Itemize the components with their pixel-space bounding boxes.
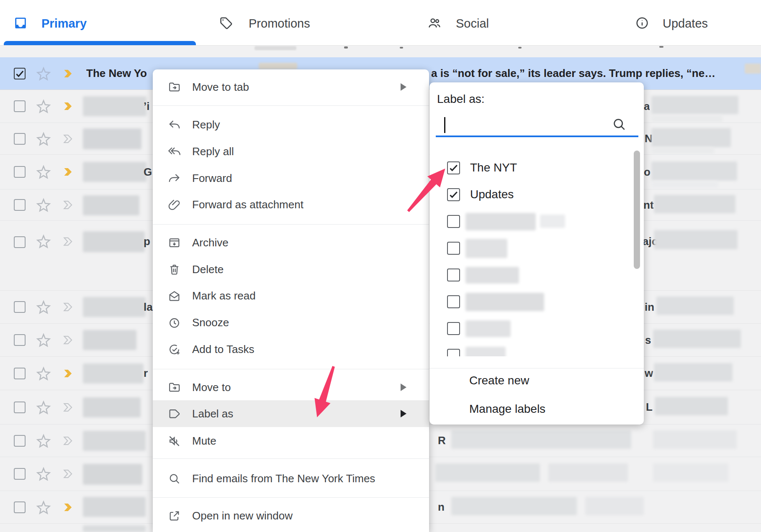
importance-marker-icon[interactable] bbox=[63, 401, 76, 414]
row-checkbox[interactable] bbox=[14, 468, 26, 480]
label-option-redacted[interactable] bbox=[429, 208, 644, 235]
row-checkbox[interactable] bbox=[14, 435, 26, 447]
checkbox-unchecked[interactable] bbox=[447, 242, 460, 255]
menu-item-label-as[interactable]: Label as bbox=[153, 400, 429, 427]
menu-separator bbox=[153, 458, 429, 459]
importance-marker-icon[interactable] bbox=[63, 235, 76, 248]
redacted-blob bbox=[651, 128, 731, 147]
create-new-label-button[interactable]: Create new bbox=[469, 369, 628, 392]
star-icon[interactable] bbox=[36, 366, 51, 381]
star-icon[interactable] bbox=[36, 399, 51, 415]
importance-marker-icon[interactable] bbox=[63, 132, 76, 145]
star-icon[interactable] bbox=[36, 98, 51, 114]
row-checkbox[interactable] bbox=[14, 199, 26, 211]
row-checkbox[interactable] bbox=[14, 133, 26, 145]
email-context-menu: Move to tab Reply Reply all Forward Forw… bbox=[153, 69, 429, 532]
menu-item-mute[interactable]: Mute bbox=[153, 427, 429, 454]
menu-item-open-in-new-window[interactable]: Open in new window bbox=[153, 502, 429, 529]
label-option-redacted[interactable] bbox=[429, 288, 644, 315]
row-checkbox[interactable] bbox=[14, 501, 26, 513]
menu-item-forward-as-attachment[interactable]: Forward as attachment bbox=[153, 191, 429, 218]
redacted-blob bbox=[83, 431, 146, 451]
menu-item-label: Open in new window bbox=[192, 509, 293, 522]
checkbox-checked[interactable] bbox=[447, 188, 460, 201]
star-icon[interactable] bbox=[36, 466, 51, 482]
checkbox-checked[interactable] bbox=[447, 161, 460, 174]
row-checkbox-checked[interactable] bbox=[14, 68, 26, 79]
star-icon[interactable] bbox=[36, 164, 51, 180]
star-icon[interactable] bbox=[36, 299, 51, 315]
importance-marker-icon[interactable] bbox=[63, 199, 76, 212]
label-option-redacted[interactable] bbox=[429, 315, 644, 342]
star-icon[interactable] bbox=[36, 66, 51, 82]
redacted-blob bbox=[656, 297, 734, 315]
redacted-dash bbox=[518, 47, 522, 49]
archive-icon bbox=[168, 236, 181, 249]
manage-labels-button[interactable]: Manage labels bbox=[469, 397, 628, 421]
submenu-scrollbar[interactable] bbox=[634, 151, 640, 269]
menu-item-add-to-tasks[interactable]: Add to Tasks bbox=[153, 336, 429, 363]
row-checkbox[interactable] bbox=[14, 368, 26, 379]
star-icon[interactable] bbox=[36, 131, 51, 147]
tab-updates[interactable]: Updates bbox=[571, 0, 761, 45]
importance-marker-yellow-icon[interactable] bbox=[63, 166, 76, 179]
text-fragment: L bbox=[646, 390, 653, 424]
star-icon[interactable] bbox=[36, 233, 51, 249]
row-checkbox[interactable] bbox=[14, 334, 26, 346]
menu-item-reply-all[interactable]: Reply all bbox=[153, 138, 429, 165]
importance-marker-yellow-icon[interactable] bbox=[63, 501, 76, 514]
row-checkbox[interactable] bbox=[14, 301, 26, 313]
menu-item-archive[interactable]: Archive bbox=[153, 229, 429, 256]
star-icon[interactable] bbox=[36, 433, 51, 449]
text-fragment: w bbox=[645, 357, 653, 390]
importance-marker-icon[interactable] bbox=[63, 468, 76, 481]
email-row-partial-top[interactable] bbox=[0, 45, 761, 57]
menu-item-delete[interactable]: Delete bbox=[153, 256, 429, 283]
menu-item-label: Reply all bbox=[192, 145, 234, 158]
importance-marker-icon[interactable] bbox=[63, 334, 76, 347]
text-fragment: nt bbox=[643, 189, 654, 220]
menu-item-snooze[interactable]: Snooze bbox=[153, 309, 429, 336]
magnifier-icon bbox=[168, 472, 181, 485]
active-tab-indicator bbox=[4, 41, 196, 45]
redacted-blob bbox=[585, 497, 644, 515]
redacted-blob bbox=[653, 430, 737, 449]
checkbox-unchecked[interactable] bbox=[447, 269, 460, 281]
menu-item-reply[interactable]: Reply bbox=[153, 111, 429, 138]
menu-item-move-to-tab[interactable]: Move to tab bbox=[153, 74, 429, 100]
menu-item-label: Mute bbox=[192, 435, 216, 448]
menu-item-forward[interactable]: Forward bbox=[153, 165, 429, 192]
label-option-redacted[interactable] bbox=[429, 261, 644, 288]
checkbox-unchecked[interactable] bbox=[447, 295, 460, 308]
checkbox-unchecked[interactable] bbox=[447, 349, 460, 356]
redacted-blob bbox=[83, 231, 145, 252]
checkbox-unchecked[interactable] bbox=[447, 322, 460, 335]
menu-item-move-to[interactable]: Move to bbox=[153, 374, 429, 401]
row-checkbox[interactable] bbox=[14, 100, 26, 112]
importance-marker-yellow-icon[interactable] bbox=[63, 100, 76, 113]
menu-item-mark-as-read[interactable]: Mark as read bbox=[153, 282, 429, 309]
importance-marker-yellow-icon[interactable] bbox=[63, 367, 76, 380]
label-option-the-nyt[interactable]: The NYT bbox=[429, 154, 644, 181]
tab-primary[interactable]: Primary bbox=[0, 0, 190, 45]
menu-separator bbox=[153, 369, 429, 369]
tab-promotions[interactable]: Promotions bbox=[190, 0, 380, 45]
search-underline bbox=[436, 136, 638, 137]
importance-marker-yellow-icon[interactable] bbox=[63, 67, 76, 80]
label-option-redacted[interactable] bbox=[429, 235, 644, 261]
tab-social[interactable]: Social bbox=[380, 0, 571, 45]
star-icon[interactable] bbox=[36, 197, 51, 213]
star-icon[interactable] bbox=[36, 332, 51, 348]
label-search-input[interactable] bbox=[439, 115, 617, 134]
label-option-updates[interactable]: Updates bbox=[429, 181, 644, 208]
row-checkbox[interactable] bbox=[14, 402, 26, 413]
text-fragment: s bbox=[645, 324, 651, 356]
menu-item-find-emails[interactable]: Find emails from The New York Times bbox=[153, 465, 429, 492]
label-option-redacted-partial[interactable] bbox=[429, 342, 644, 356]
row-checkbox[interactable] bbox=[14, 166, 26, 178]
checkbox-unchecked[interactable] bbox=[447, 215, 460, 228]
importance-marker-icon[interactable] bbox=[63, 301, 76, 314]
row-checkbox[interactable] bbox=[14, 236, 26, 248]
star-icon[interactable] bbox=[36, 499, 51, 515]
importance-marker-icon[interactable] bbox=[63, 434, 76, 447]
